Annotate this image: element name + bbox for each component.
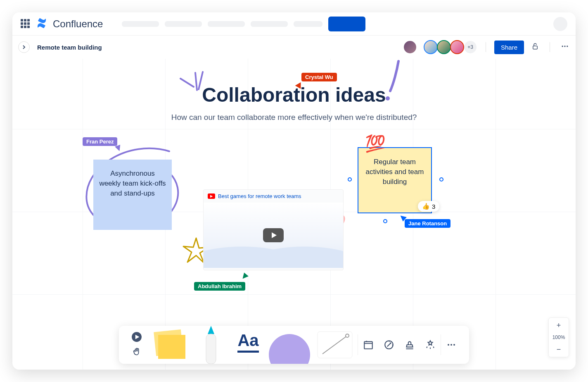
svg-rect-8 <box>206 334 216 364</box>
shape-tool[interactable] <box>267 326 312 364</box>
create-button[interactable] <box>328 17 365 31</box>
confluence-logo-icon <box>36 18 47 30</box>
cursor-pointer-icon <box>115 145 122 152</box>
line-tool[interactable] <box>312 326 358 364</box>
cursor-label-fran: Fran Perez <box>83 137 117 146</box>
presence-avatar[interactable] <box>437 40 451 54</box>
sketch-exclamation-icon <box>382 59 407 104</box>
hand-tool-icon[interactable] <box>132 347 141 358</box>
page-header: Remote team building +3 Share <box>12 36 576 59</box>
play-icon[interactable] <box>263 228 284 242</box>
template-tool-icon[interactable] <box>358 326 379 364</box>
whiteboard-canvas[interactable]: Collaboration ideas How can our team col… <box>12 59 576 370</box>
zoom-in-button[interactable]: + <box>548 318 569 333</box>
video-embed[interactable]: ▶ Best games for remote work teams <box>203 189 344 270</box>
video-thumbnail[interactable] <box>204 203 343 268</box>
svg-rect-13 <box>364 341 372 349</box>
svg-point-9 <box>269 334 310 364</box>
cursor-label-abdullah: Abdullah Ibrahim <box>194 282 245 291</box>
cursor-label-crystal: Crystal Wu <box>301 73 337 81</box>
more-tools-icon[interactable] <box>441 326 462 364</box>
cursor-pointer-icon <box>240 272 249 281</box>
youtube-icon: ▶ <box>208 193 215 199</box>
pen-tool[interactable] <box>192 326 230 364</box>
app-switcher-icon[interactable] <box>21 19 31 29</box>
top-nav: Confluence <box>12 12 576 36</box>
presence-avatars: +3 <box>406 40 477 54</box>
app-window: Confluence Remote team building +3 Share <box>12 12 576 370</box>
nav-item-placeholder[interactable] <box>122 21 159 27</box>
svg-rect-0 <box>533 46 538 49</box>
separator <box>486 42 486 52</box>
presence-more[interactable]: +3 <box>463 40 477 54</box>
svg-rect-7 <box>158 335 185 359</box>
sticker-tool-icon[interactable] <box>420 326 441 364</box>
svg-point-3 <box>567 45 568 47</box>
zoom-level: 100% <box>552 333 565 342</box>
thumbs-up-icon: 👍 <box>422 203 430 210</box>
sticky-note-tool[interactable] <box>147 326 192 364</box>
breadcrumb[interactable]: Remote team building <box>37 44 102 51</box>
svg-point-1 <box>562 45 563 47</box>
nav-item-placeholder[interactable] <box>294 21 322 27</box>
svg-point-17 <box>453 344 455 346</box>
selection-handle[interactable] <box>348 177 352 181</box>
reaction-count: 3 <box>432 203 435 210</box>
nav-item-placeholder[interactable] <box>165 21 202 27</box>
selection-handle[interactable] <box>383 219 387 223</box>
page-title: Collaboration ideas <box>202 84 386 106</box>
pointer-tool-icon[interactable] <box>131 332 142 344</box>
video-title[interactable]: Best games for remote work teams <box>218 193 301 199</box>
restrictions-icon[interactable] <box>529 40 541 54</box>
share-button[interactable]: Share <box>494 41 524 54</box>
nav-item-placeholder[interactable] <box>208 21 245 27</box>
svg-point-2 <box>564 45 565 47</box>
svg-point-15 <box>448 344 449 346</box>
sketch-lines-icon <box>177 71 210 104</box>
whiteboard-toolbar: Aa <box>119 326 469 364</box>
presence-avatar[interactable] <box>424 40 438 54</box>
text-tool[interactable]: Aa <box>230 326 267 364</box>
zoom-control: + 100% − <box>548 318 569 357</box>
video-header: ▶ Best games for remote work teams <box>204 190 343 203</box>
svg-point-12 <box>346 334 349 337</box>
smart-link-tool-icon[interactable] <box>379 326 399 364</box>
presence-avatar[interactable] <box>403 40 417 54</box>
zoom-out-button[interactable]: − <box>548 342 569 357</box>
expand-sidebar-button[interactable] <box>18 41 30 53</box>
separator <box>550 42 550 52</box>
profile-avatar[interactable] <box>553 17 567 31</box>
sticky-note-blue[interactable]: Asynchronous weekly team kick-offs and s… <box>93 160 172 230</box>
presence-avatar[interactable] <box>450 40 464 54</box>
page-subtitle: How can our team collaborate more effect… <box>12 113 576 122</box>
nav-item-placeholder[interactable] <box>251 21 288 27</box>
svg-point-16 <box>450 344 452 346</box>
reaction-badge[interactable]: 👍 3 <box>418 201 439 212</box>
brand-name: Confluence <box>53 18 103 30</box>
hundred-emoji-icon: 💯 <box>365 134 386 153</box>
title-block: Collaboration ideas How can our team col… <box>12 84 576 122</box>
cursor-label-jane: Jane Rotanson <box>405 219 450 228</box>
stamp-tool-icon[interactable] <box>399 326 420 364</box>
more-actions-icon[interactable] <box>558 40 571 55</box>
svg-point-4 <box>386 96 390 100</box>
selection-handle[interactable] <box>439 177 443 181</box>
